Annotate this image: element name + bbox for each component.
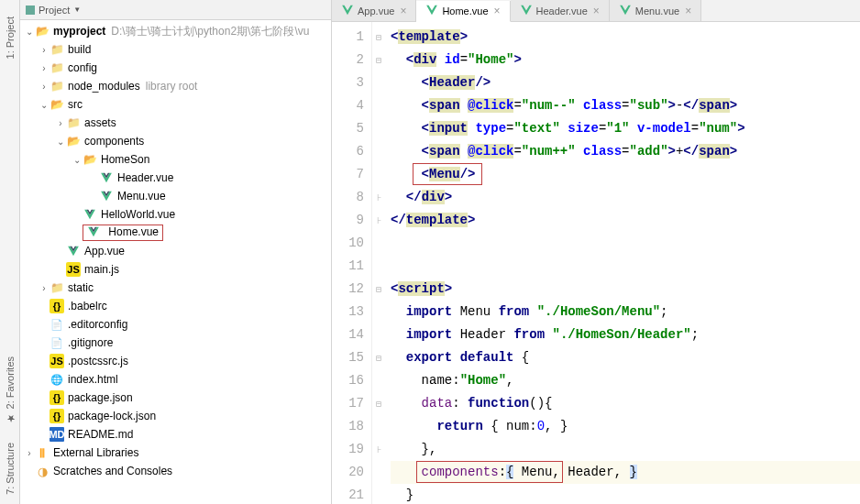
fold-icon[interactable]: ⊟: [372, 26, 385, 49]
tree-package-lock[interactable]: {}package-lock.json: [20, 407, 331, 425]
fold-gutter: ⊟⊟⊦⊦⊟⊟⊟⊦: [372, 22, 385, 504]
tree-homeson[interactable]: ⌄HomeSon: [20, 150, 331, 169]
vue-icon: [341, 4, 354, 18]
chevron-down-icon[interactable]: ⌄: [72, 155, 83, 165]
file-icon: 📄: [50, 335, 64, 350]
tree-config[interactable]: ›config: [20, 59, 331, 77]
tree-build[interactable]: ›build: [20, 40, 331, 59]
folder-icon: [50, 97, 64, 112]
json-icon: {}: [50, 390, 64, 405]
folder-icon: [83, 152, 97, 167]
tree-babelrc[interactable]: {}.babelrc: [20, 297, 331, 315]
dropdown-icon[interactable]: ▼: [73, 5, 81, 14]
code-editor[interactable]: 123456789101112131415161718192021 ⊟⊟⊦⊦⊟⊟…: [332, 22, 860, 504]
folder-icon: [50, 280, 64, 295]
tree-src[interactable]: ⌄src: [20, 95, 331, 114]
sidebar-title: Project: [39, 5, 70, 16]
folder-icon: [50, 60, 64, 75]
vue-icon: [87, 225, 102, 240]
tree-postcssrc[interactable]: JS.postcssrc.js: [20, 352, 331, 370]
tab-home[interactable]: Home.vue×: [416, 1, 510, 22]
vue-icon: [99, 170, 114, 185]
tree-app-vue[interactable]: App.vue: [20, 242, 331, 260]
file-icon: 📄: [50, 317, 64, 332]
tree-package-json[interactable]: {}package.json: [20, 389, 331, 407]
vue-icon: [99, 189, 114, 203]
tree-external-libs[interactable]: ›External Libraries: [20, 444, 331, 462]
tree-menu-vue[interactable]: Menu.vue: [20, 187, 331, 205]
chevron-down-icon[interactable]: ⌄: [55, 137, 66, 147]
close-icon[interactable]: ×: [593, 5, 600, 17]
tool-structure-tab[interactable]: 7: Structure: [5, 443, 16, 495]
tree-readme[interactable]: MDREADME.md: [20, 425, 331, 444]
js-icon: JS: [50, 354, 64, 368]
vue-icon: [66, 244, 81, 258]
scratch-icon: [35, 464, 50, 478]
tool-project-tab[interactable]: 1: Project: [5, 16, 16, 59]
folder-icon: [66, 134, 81, 148]
close-icon[interactable]: ×: [494, 5, 501, 17]
tree-home-vue[interactable]: Home.vue: [20, 224, 331, 242]
vue-icon: [425, 4, 438, 18]
folder-icon: [50, 79, 64, 93]
tab-header[interactable]: Header.vue×: [511, 0, 610, 21]
vue-icon: [520, 4, 533, 18]
close-icon[interactable]: ×: [400, 5, 406, 17]
project-sidebar: Project ▼ ⌄ myproject D:\骑士\骑士计划\python2…: [20, 0, 332, 504]
project-tree: ⌄ myproject D:\骑士\骑士计划\python2期\第七阶段\vu …: [20, 20, 331, 504]
tree-editorconfig[interactable]: 📄.editorconfig: [20, 315, 331, 334]
tree-index-html[interactable]: 🌐index.html: [20, 370, 331, 389]
chevron-right-icon[interactable]: ›: [39, 63, 50, 73]
tree-scratches[interactable]: Scratches and Consoles: [20, 462, 331, 480]
editor-area: App.vue× Home.vue× Header.vue× Menu.vue×…: [332, 0, 860, 504]
tab-menu[interactable]: Menu.vue×: [610, 0, 701, 21]
tree-assets[interactable]: ›assets: [20, 114, 331, 132]
tree-node-modules[interactable]: ›node_moduleslibrary root: [20, 77, 331, 95]
code-content[interactable]: <template> <div id="Home"> <Header/> <sp…: [385, 22, 860, 504]
library-icon: [35, 445, 50, 460]
tool-favorites-tab[interactable]: ★ 2: Favorites: [4, 356, 16, 424]
json-icon: {}: [50, 409, 64, 423]
tab-app[interactable]: App.vue×: [332, 0, 416, 21]
chevron-right-icon[interactable]: ›: [55, 118, 66, 128]
chevron-right-icon[interactable]: ›: [39, 45, 50, 55]
fold-icon[interactable]: ⊟: [372, 392, 385, 415]
fold-icon[interactable]: ⊟: [372, 278, 385, 301]
project-name: myproject: [53, 25, 105, 38]
chevron-down-icon[interactable]: ⌄: [24, 27, 35, 37]
chevron-right-icon[interactable]: ›: [24, 448, 35, 458]
folder-icon: [50, 42, 64, 57]
tree-main-js[interactable]: JSmain.js: [20, 260, 331, 279]
md-icon: MD: [50, 427, 64, 442]
project-icon: [26, 5, 35, 15]
html-icon: 🌐: [50, 372, 64, 387]
folder-icon: [35, 24, 50, 38]
sidebar-header[interactable]: Project ▼: [20, 0, 331, 20]
close-icon[interactable]: ×: [685, 5, 691, 17]
chevron-right-icon[interactable]: ›: [39, 283, 50, 293]
editor-tabs: App.vue× Home.vue× Header.vue× Menu.vue×: [332, 0, 860, 22]
vue-icon: [619, 4, 632, 18]
tree-components[interactable]: ⌄components: [20, 132, 331, 150]
chevron-down-icon[interactable]: ⌄: [39, 100, 50, 110]
left-tool-strip: 1: Project ★ 2: Favorites 7: Structure: [0, 0, 20, 504]
tree-static[interactable]: ›static: [20, 279, 331, 297]
folder-icon: [66, 115, 81, 130]
vue-icon: [83, 207, 97, 222]
project-path: D:\骑士\骑士计划\python2期\第七阶段\vu: [111, 24, 309, 39]
fold-icon[interactable]: ⊟: [372, 49, 385, 71]
json-icon: {}: [50, 299, 64, 313]
tree-header-vue[interactable]: Header.vue: [20, 169, 331, 187]
fold-icon[interactable]: ⊟: [372, 346, 385, 369]
tree-helloworld[interactable]: HelloWorld.vue: [20, 205, 331, 224]
line-gutter: 123456789101112131415161718192021: [332, 22, 372, 504]
js-icon: JS: [66, 262, 81, 277]
tree-root[interactable]: ⌄ myproject D:\骑士\骑士计划\python2期\第七阶段\vu: [20, 22, 331, 40]
tree-gitignore[interactable]: 📄.gitignore: [20, 334, 331, 352]
chevron-right-icon[interactable]: ›: [39, 82, 50, 92]
